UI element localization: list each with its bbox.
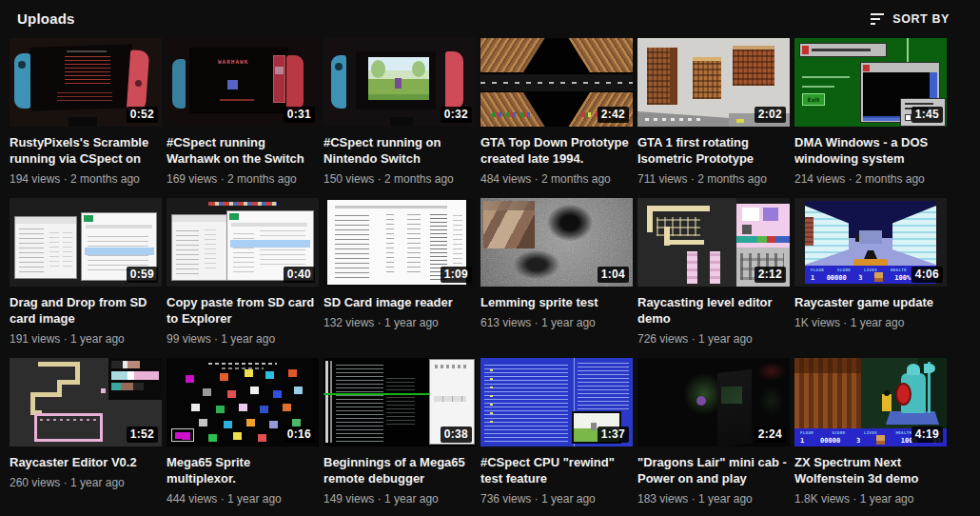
video-title[interactable]: SD Card image reader	[323, 294, 476, 310]
art-shape	[802, 76, 850, 78]
art-shape	[67, 50, 107, 52]
video-meta: 736 views · 1 year ago	[480, 492, 633, 506]
art-shape	[895, 383, 911, 406]
art-shape	[453, 213, 462, 268]
art-shape	[224, 421, 232, 428]
video-meta: 726 views · 1 year ago	[637, 332, 790, 346]
video-title[interactable]: "Dragons Lair" mini cab - Power on and p…	[637, 454, 790, 486]
video-card[interactable]: 1:52 Raycaster Editor V0.2 260 views · 1…	[10, 358, 162, 506]
video-thumbnail[interactable]: 2:24	[637, 358, 790, 447]
video-thumbnail[interactable]: 1:37	[480, 358, 633, 447]
art-shape	[802, 86, 834, 88]
video-thumbnail[interactable]: Exit 1:45	[794, 38, 947, 127]
video-card[interactable]: FLOORSCORELIVESHEALTHAMMO1000003100%93 4…	[794, 358, 947, 506]
video-thumbnail[interactable]: WARHAWK 0:31	[167, 38, 319, 127]
video-thumbnail[interactable]: 2:02	[637, 38, 790, 127]
art-shape	[283, 404, 291, 411]
art-shape	[57, 89, 112, 101]
video-card[interactable]: 2:02 GTA 1 first rotating Isometric Prot…	[637, 38, 790, 186]
video-thumbnail[interactable]: 0:16	[167, 358, 319, 447]
video-thumbnail[interactable]: 0:38	[323, 358, 476, 447]
video-title[interactable]: GTA 1 first rotating Isometric Prototype	[637, 134, 790, 167]
video-title[interactable]: RustyPixels's Scramble running via CSpec…	[10, 134, 162, 167]
art-shape	[736, 236, 790, 243]
art-shape	[335, 206, 447, 208]
video-card[interactable]: 1:37 #CSpect CPU "rewind" test feature 7…	[480, 358, 633, 506]
art-shape	[19, 228, 44, 272]
video-card[interactable]: 0:38 Beginnings of a Mega65 remote debug…	[323, 358, 476, 506]
art-shape	[371, 60, 385, 78]
video-card[interactable]: 1:04 Lemming sprite test 613 views · 1 y…	[480, 198, 633, 346]
video-title[interactable]: Raycaster Editor V0.2	[10, 454, 162, 470]
video-card[interactable]: 1:09 SD Card image reader 132 views · 1 …	[323, 198, 476, 346]
video-thumbnail[interactable]: 1:52	[10, 358, 162, 447]
video-title[interactable]: Raycaster game update	[794, 294, 947, 310]
video-thumbnail[interactable]: 2:42	[480, 38, 633, 127]
video-thumbnail[interactable]: 0:59	[10, 198, 162, 287]
art-shape	[390, 117, 413, 126]
video-thumbnail[interactable]: 1:04	[480, 198, 633, 287]
video-card[interactable]: 0:16 Mega65 Sprite multiplexor. 444 view…	[167, 358, 319, 506]
video-meta: 613 views · 1 year ago	[480, 316, 633, 329]
art-shape	[882, 394, 892, 411]
video-title[interactable]: GTA Top Down Prototype created late 1994…	[480, 134, 633, 167]
video-card[interactable]: 0:59 Drag and Drop from SD card image 19…	[10, 198, 162, 346]
video-title[interactable]: #CSpect running Warhawk on the Switch	[167, 134, 319, 167]
video-card[interactable]: 2:12 Raycasting level editor demo 726 vi…	[637, 198, 790, 346]
video-card[interactable]: Exit 1:45 DMA Windows - a DOS windowing …	[794, 38, 947, 186]
duration-badge: 1:09	[441, 267, 472, 283]
video-meta: 183 views · 1 year ago	[637, 492, 790, 506]
video-card[interactable]: 2:42 GTA Top Down Prototype created late…	[480, 38, 633, 186]
art-shape	[591, 423, 597, 430]
art-shape	[258, 434, 266, 442]
video-card[interactable]: 2:24 "Dragons Lair" mini cab - Power on …	[637, 358, 790, 506]
video-thumbnail[interactable]: 1:09	[323, 198, 476, 287]
video-thumbnail[interactable]: FLOORSCORELIVESHEALTHAMMO1000003100%93 4…	[794, 358, 947, 447]
sort-by-button[interactable]: SORT BY	[871, 12, 963, 26]
video-title[interactable]: Beginnings of a Mega65 remote debugger	[323, 454, 476, 486]
art-shape	[736, 119, 744, 123]
art-shape	[855, 234, 859, 242]
art-shape	[260, 230, 305, 265]
video-thumbnail[interactable]: FLOORSCORELIVESHEALTHAMMO1000003100%99 4…	[794, 198, 947, 287]
video-title[interactable]: DMA Windows - a DOS windowing system cir…	[794, 134, 947, 167]
video-card[interactable]: 0:32 #CSpect running on Nintendo Switch …	[323, 38, 476, 186]
video-card[interactable]: WARHAWK 0:31 #CSpect running Warhawk on …	[167, 38, 319, 186]
art-shape	[736, 198, 790, 204]
art-shape	[175, 432, 182, 439]
video-card[interactable]: 0:40 Copy paste from SD card to Explorer…	[167, 198, 319, 346]
art-shape	[176, 227, 199, 274]
video-thumbnail[interactable]: 0:52	[10, 38, 162, 127]
art-shape	[480, 38, 547, 72]
video-title[interactable]: #CSpect CPU "rewind" test feature	[480, 454, 633, 486]
duration-badge: 0:32	[441, 107, 472, 123]
art-shape	[335, 63, 343, 70]
art-shape	[85, 248, 154, 255]
video-title[interactable]: Raycasting level editor demo	[637, 294, 790, 327]
video-card[interactable]: FLOORSCORELIVESHEALTHAMMO1000003100%99 4…	[794, 198, 947, 346]
art-shape	[886, 411, 939, 425]
video-thumbnail[interactable]: 2:12	[637, 198, 790, 287]
video-title[interactable]: Lemming sprite test	[480, 294, 633, 310]
art-shape	[111, 361, 140, 368]
art-shape	[670, 48, 677, 105]
art-shape	[434, 396, 466, 402]
art-shape	[269, 421, 278, 428]
page-title: Uploads	[17, 10, 75, 27]
video-title[interactable]: Copy paste from SD card to Explorer	[167, 294, 319, 327]
art-shape	[286, 55, 304, 110]
video-thumbnail[interactable]: 0:32	[323, 38, 476, 127]
video-title[interactable]: Mega65 Sprite multiplexor.	[167, 454, 319, 486]
video-title[interactable]: Drag and Drop from SD card image	[10, 294, 162, 327]
video-title[interactable]: #CSpect running on Nintendo Switch	[323, 134, 476, 167]
video-card[interactable]: 0:52 RustyPixels's Scramble running via …	[10, 38, 162, 186]
sort-by-label: SORT BY	[892, 12, 950, 26]
art-shape	[492, 112, 532, 117]
art-shape	[273, 390, 282, 398]
art-shape	[812, 49, 871, 51]
video-title[interactable]: ZX Spectrum Next Wolfenstein 3d demo lev…	[794, 454, 947, 486]
art-shape	[220, 373, 228, 381]
art-shape	[757, 362, 786, 381]
video-thumbnail[interactable]: 0:40	[167, 198, 319, 287]
art-shape	[69, 117, 97, 127]
